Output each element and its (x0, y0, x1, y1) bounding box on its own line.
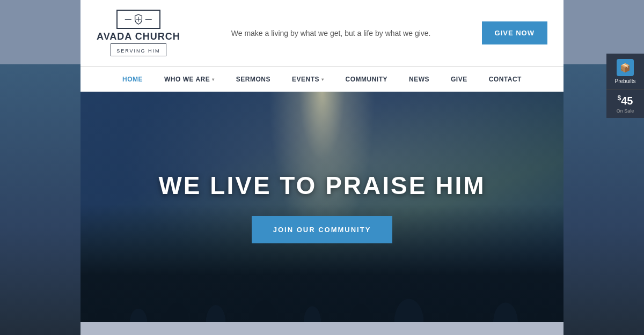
nav-item-news[interactable]: NEWS (398, 67, 440, 92)
sale-amount: 45 (621, 95, 633, 107)
logo-shield-icon (134, 14, 143, 25)
join-community-button[interactable]: JOIN OUR COMMUNITY (252, 216, 393, 243)
header-top: — — AVADA CHURCH SERVING HIM We make a (80, 0, 564, 66)
prebuilts-button[interactable]: 📦 Prebuilts (606, 54, 644, 90)
logo-area: — — AVADA CHURCH SERVING HIM (97, 10, 180, 56)
outer-right-panel (564, 0, 644, 335)
prebuilts-label: Prebuilts (615, 78, 636, 84)
site-header: — — AVADA CHURCH SERVING HIM We make a (80, 0, 564, 92)
crowd-left-bg (0, 64, 80, 335)
logo-icon-box: — — (116, 10, 160, 29)
nav-item-give[interactable]: GIVE (440, 67, 478, 92)
logo-name: AVADA CHURCH (97, 31, 180, 42)
chevron-down-icon: ▾ (321, 77, 324, 82)
main-wrapper: — — AVADA CHURCH SERVING HIM We make a (80, 0, 564, 335)
package-icon: 📦 (620, 63, 631, 73)
sale-price-display: $45 (610, 94, 641, 107)
outer-left-panel (0, 0, 80, 335)
nav-item-home[interactable]: HOME (112, 67, 153, 92)
main-nav: HOMEWHO WE ARE ▾SERMONSEVENTS ▾COMMUNITY… (80, 66, 564, 92)
logo-tagline-box: SERVING HIM (111, 43, 166, 56)
nav-item-sermons[interactable]: SERMONS (225, 67, 281, 92)
hero-title: WE LIVE TO PRAISE HIM (158, 171, 485, 200)
logo-tagline: SERVING HIM (116, 48, 160, 54)
logo-dash-right: — (145, 16, 152, 23)
nav-item-events[interactable]: EVENTS ▾ (281, 67, 335, 92)
header-quote: We make a living by what we get, but a l… (180, 29, 482, 38)
sale-button[interactable]: $45 On Sale (606, 90, 644, 118)
chevron-down-icon: ▾ (212, 77, 215, 82)
sale-label: On Sale (610, 108, 641, 114)
nav-inner: HOMEWHO WE ARE ▾SERMONSEVENTS ▾COMMUNITY… (80, 67, 564, 92)
side-widget: 📦 Prebuilts $45 On Sale (606, 54, 644, 118)
logo-dash-left: — (125, 16, 131, 23)
nav-item-who-we-are[interactable]: WHO WE ARE ▾ (153, 67, 225, 92)
give-now-button[interactable]: GIVE NOW (482, 21, 547, 44)
nav-item-contact[interactable]: CONTACT (478, 67, 532, 92)
prebuilts-icon: 📦 (617, 59, 634, 76)
hero-content: WE LIVE TO PRAISE HIM JOIN OUR COMMUNITY (148, 160, 496, 254)
hero-section: WE LIVE TO PRAISE HIM JOIN OUR COMMUNITY (80, 92, 564, 322)
logo-icon-inner: — — (125, 14, 152, 25)
nav-item-community[interactable]: COMMUNITY (334, 67, 398, 92)
